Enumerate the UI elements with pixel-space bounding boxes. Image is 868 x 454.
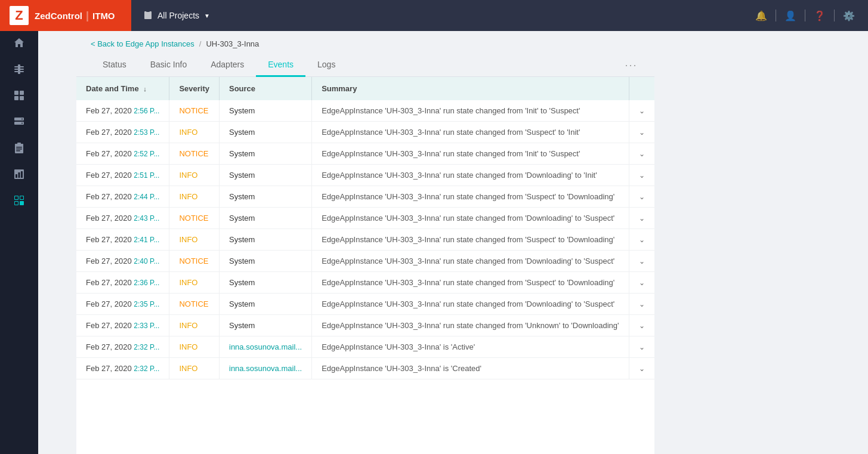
svg-point-13 (21, 119, 23, 120)
cell-severity: INFO (169, 272, 220, 294)
table-row: Feb 27, 2020 2:51 P...INFOSystemEdgeAppI… (76, 165, 654, 186)
cell-datetime: Feb 27, 2020 2:40 P... (76, 251, 169, 272)
cell-source: System (220, 122, 312, 143)
cell-source: System (220, 165, 312, 186)
date-value: Feb 27, 2020 (86, 299, 132, 308)
apps-icon[interactable] (7, 84, 31, 107)
svg-rect-8 (20, 91, 24, 95)
cell-datetime: Feb 27, 2020 2:44 P... (76, 186, 169, 208)
source-value: System (229, 128, 255, 137)
expand-row-button[interactable]: ⌄ (639, 128, 645, 137)
tab-status[interactable]: Status (91, 54, 138, 77)
severity-badge: INFO (179, 321, 197, 330)
svg-rect-10 (20, 96, 24, 100)
summary-text: EdgeAppInstance 'UH-303_3-Inna' run stat… (322, 235, 614, 244)
reports-icon[interactable] (7, 162, 31, 186)
source-value: System (229, 235, 255, 244)
cell-source: System (220, 229, 312, 251)
expand-row-button[interactable]: ⌄ (639, 279, 645, 287)
expand-row-button[interactable]: ⌄ (639, 107, 645, 115)
more-options-button[interactable]: ··· (622, 54, 640, 76)
tab-events[interactable]: Events (256, 54, 305, 77)
events-content: Date and Time ↓ Severity Source Summary (76, 77, 654, 454)
cell-summary: EdgeAppInstance 'UH-303_3-Inna' run stat… (312, 294, 629, 315)
expand-row-button[interactable]: ⌄ (639, 300, 645, 308)
svg-rect-7 (14, 91, 18, 95)
network-icon[interactable] (7, 57, 31, 81)
cell-expand: ⌄ (629, 358, 654, 379)
col-expand (629, 77, 654, 100)
cell-severity: NOTICE (169, 143, 220, 165)
main-content: Z ZedControl | ITMO All Projects ▼ (76, 31, 654, 454)
summary-text: EdgeAppInstance 'UH-303_3-Inna' run stat… (322, 299, 614, 308)
tab-adapters[interactable]: Adapters (199, 54, 256, 77)
severity-badge: INFO (179, 192, 197, 201)
clipboard-icon[interactable] (7, 136, 31, 160)
tab-basic-info[interactable]: Basic Info (138, 54, 199, 77)
cell-expand: ⌄ (629, 100, 654, 122)
expand-row-button[interactable]: ⌄ (639, 193, 645, 201)
expand-row-button[interactable]: ⌄ (639, 343, 645, 351)
events-table: Date and Time ↓ Severity Source Summary (76, 77, 654, 379)
expand-row-button[interactable]: ⌄ (639, 150, 645, 158)
cell-summary: EdgeAppInstance 'UH-303_3-Inna' run stat… (312, 186, 629, 208)
date-value: Feb 27, 2020 (86, 257, 132, 265)
table-row: Feb 27, 2020 2:33 P...INFOSystemEdgeAppI… (76, 315, 654, 336)
cell-datetime: Feb 27, 2020 2:41 P... (76, 229, 169, 251)
cell-datetime: Feb 27, 2020 2:35 P... (76, 294, 169, 315)
cell-expand: ⌄ (629, 294, 654, 315)
col-severity: Severity (169, 77, 220, 100)
expand-row-button[interactable]: ⌄ (639, 257, 645, 265)
cell-expand: ⌄ (629, 143, 654, 165)
expand-row-button[interactable]: ⌄ (639, 236, 645, 244)
cell-source: System (220, 294, 312, 315)
cell-severity: NOTICE (169, 294, 220, 315)
time-value: 2:53 P... (134, 128, 159, 137)
cell-expand: ⌄ (629, 208, 654, 229)
cell-datetime: Feb 27, 2020 2:56 P... (76, 100, 169, 122)
cell-summary: EdgeAppInstance 'UH-303_3-Inna' run stat… (312, 315, 629, 336)
svg-rect-28 (15, 196, 18, 199)
date-value: Feb 27, 2020 (86, 321, 132, 330)
source-value: System (229, 214, 255, 223)
table-row: Feb 27, 2020 2:35 P...NOTICESystemEdgeAp… (76, 294, 654, 315)
cell-source[interactable]: inna.sosunova.mail... (220, 336, 312, 358)
tab-logs[interactable]: Logs (305, 54, 347, 77)
col-datetime[interactable]: Date and Time ↓ (76, 77, 169, 100)
breadcrumb-current: UH-303_3-Inna (206, 39, 259, 48)
summary-text: EdgeAppInstance 'UH-303_3-Inna' is 'Crea… (322, 364, 481, 373)
expand-row-button[interactable]: ⌄ (639, 171, 645, 180)
source-link[interactable]: inna.sosunova.mail... (229, 364, 302, 373)
cell-source[interactable]: inna.sosunova.mail... (220, 358, 312, 379)
back-link[interactable]: < Back to Edge App Instances (91, 39, 194, 48)
storage-icon[interactable] (7, 110, 31, 134)
summary-text: EdgeAppInstance 'UH-303_3-Inna' is 'Acti… (322, 342, 475, 351)
svg-rect-17 (16, 147, 22, 148)
home-icon[interactable] (7, 31, 31, 55)
expand-row-button[interactable]: ⌄ (639, 214, 645, 223)
severity-badge: NOTICE (179, 214, 208, 223)
cell-expand: ⌄ (629, 165, 654, 186)
source-value: System (229, 192, 255, 201)
source-link[interactable]: inna.sosunova.mail... (229, 342, 302, 351)
cell-summary: EdgeAppInstance 'UH-303_3-Inna' run stat… (312, 251, 629, 272)
cell-summary: EdgeAppInstance 'UH-303_3-Inna' run stat… (312, 229, 629, 251)
cell-expand: ⌄ (629, 229, 654, 251)
svg-point-14 (21, 123, 23, 124)
date-value: Feb 27, 2020 (86, 128, 132, 137)
expand-row-button[interactable]: ⌄ (639, 365, 645, 373)
cell-severity: INFO (169, 186, 220, 208)
cell-summary: EdgeAppInstance 'UH-303_3-Inna' run stat… (312, 165, 629, 186)
time-value: 2:44 P... (134, 193, 159, 201)
cell-summary: EdgeAppInstance 'UH-303_3-Inna' run stat… (312, 143, 629, 165)
breadcrumb: < Back to Edge App Instances / UH-303_3-… (76, 31, 654, 48)
expand-row-button[interactable]: ⌄ (639, 322, 645, 330)
summary-text: EdgeAppInstance 'UH-303_3-Inna' run stat… (322, 321, 619, 330)
severity-badge: NOTICE (179, 299, 208, 308)
table-row: Feb 27, 2020 2:32 P...INFOinna.sosunova.… (76, 358, 654, 379)
source-value: System (229, 299, 255, 308)
breadcrumb-separator: / (199, 39, 202, 48)
instances-icon[interactable] (7, 189, 31, 212)
source-value: System (229, 321, 255, 330)
cell-expand: ⌄ (629, 122, 654, 143)
